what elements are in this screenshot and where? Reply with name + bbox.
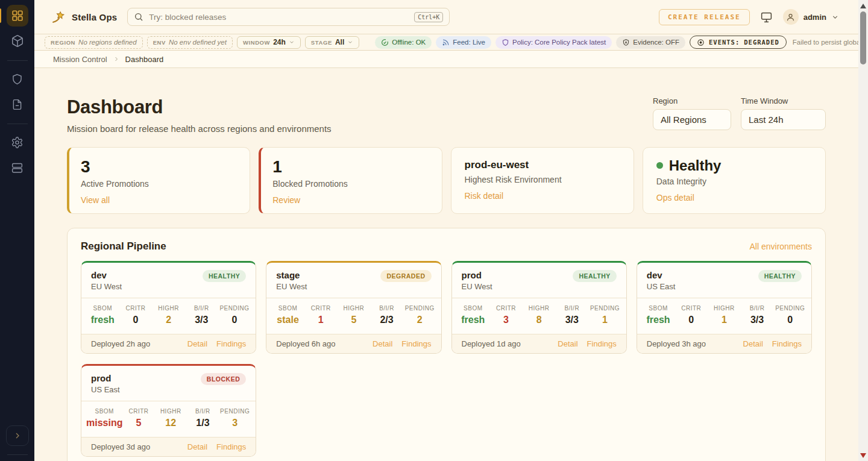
sidebar-item-settings[interactable] xyxy=(7,131,28,153)
env-context-pill[interactable]: ENV No env defined yet xyxy=(147,36,233,49)
findings-link[interactable]: Findings xyxy=(401,339,431,348)
data-integrity-card: Healthy Data Integrity Ops detail xyxy=(643,147,826,214)
page-scrollbar[interactable] xyxy=(858,0,868,461)
stat-sbom: SBOMfresh xyxy=(86,305,119,325)
detail-link[interactable]: Detail xyxy=(373,339,392,348)
scroll-down-arrow-icon[interactable] xyxy=(860,453,866,458)
brand[interactable]: Stella Ops xyxy=(51,10,117,25)
stat-bir: B/I/R3/3 xyxy=(185,305,218,325)
green-status-dot xyxy=(656,162,663,169)
env-name-block: prod EU West xyxy=(462,270,492,291)
breadcrumb-mission-control[interactable]: Mission Control xyxy=(53,55,107,64)
stat-value: 1 xyxy=(304,315,338,325)
policy-status-pill[interactable]: Policy: Core Policy Pack latest xyxy=(495,36,612,49)
all-environments-link[interactable]: All environments xyxy=(750,242,813,251)
env-name-block: dev US East xyxy=(647,270,676,291)
detail-link[interactable]: Detail xyxy=(187,339,207,348)
sidebar-item-dashboard[interactable] xyxy=(7,5,28,27)
time-window-filter-group: Time Window Last 24h xyxy=(741,96,826,130)
create-release-button[interactable]: CREATE RELEASE xyxy=(659,9,750,25)
stat-pending: PENDING2 xyxy=(403,305,436,325)
pipeline-card-header: dev US East HEALTHY xyxy=(637,263,811,298)
region-context-pill[interactable]: REGION No regions defined xyxy=(45,36,143,49)
stat-value: 0 xyxy=(218,315,251,325)
deployed-time: Deployed 3h ago xyxy=(647,339,706,348)
detail-link[interactable]: Detail xyxy=(187,442,207,451)
breadcrumb-dashboard: Dashboard xyxy=(125,55,164,64)
feed-status-pill[interactable]: Feed: Live xyxy=(436,36,491,49)
stat-label: CRITR xyxy=(119,305,153,312)
env-region: EU West xyxy=(91,282,122,291)
stage-dropdown[interactable]: STAGE All xyxy=(305,36,359,49)
pipeline-card-footer: Deployed 3h ago DetailFindings xyxy=(637,334,811,353)
events-value: DEGRADED xyxy=(744,39,779,46)
pipeline-card-footer: Deployed 1d ago DetailFindings xyxy=(452,334,626,353)
window-dropdown[interactable]: WINDOW 24h xyxy=(237,36,301,49)
monitor-icon[interactable] xyxy=(760,11,773,24)
findings-link[interactable]: Findings xyxy=(772,339,802,348)
stat-label: B/I/R xyxy=(741,305,774,312)
region-filter-select[interactable]: All Regions xyxy=(653,109,731,130)
evidence-status-pill[interactable]: Evidence: OFF xyxy=(616,36,685,49)
stat-value: fresh xyxy=(86,315,119,325)
sidebar-divider xyxy=(7,60,28,61)
detail-link[interactable]: Detail xyxy=(558,339,577,348)
env-name: prod xyxy=(91,373,120,383)
pipeline-card-header: prod EU West HEALTHY xyxy=(452,263,626,298)
sidebar-item-security[interactable] xyxy=(7,68,28,90)
page-title-block: Dashboard Mission board for release heal… xyxy=(67,96,332,134)
ops-detail-link[interactable]: Ops detail xyxy=(656,193,694,202)
user-menu[interactable]: admin xyxy=(783,9,839,25)
stat-critr: CRITR1 xyxy=(304,305,338,325)
stat-value: fresh xyxy=(642,315,675,325)
stat-label: SBOM xyxy=(642,305,675,312)
stat-value: 12 xyxy=(155,418,187,428)
grid-icon xyxy=(11,9,24,22)
stat-value: 0 xyxy=(773,315,807,325)
risk-detail-link[interactable]: Risk detail xyxy=(465,191,504,201)
view-all-link[interactable]: View all xyxy=(81,195,110,205)
sidebar-item-releases[interactable] xyxy=(7,30,28,52)
env-name-block: prod US East xyxy=(91,373,120,394)
stat-label: CRITR xyxy=(675,305,708,312)
search-input[interactable] xyxy=(149,13,409,22)
scrollbar-thumb[interactable] xyxy=(860,11,866,64)
findings-link[interactable]: Findings xyxy=(587,339,617,348)
stat-pending: PENDING0 xyxy=(773,305,807,325)
sidebar-item-documents[interactable] xyxy=(7,93,28,115)
stat-value: 3 xyxy=(219,418,251,428)
offline-status-pill[interactable]: Offline: OK xyxy=(375,36,432,49)
pipeline-card-stats: SBOMfresh CRITR0 HIGHR2 B/I/R3/3 PENDING… xyxy=(81,298,256,334)
chevron-right-icon xyxy=(13,431,22,441)
stat-label: PENDING xyxy=(773,305,807,312)
summary-cards: 3 Active Promotions View all 1 Blocked P… xyxy=(67,147,826,214)
review-link[interactable]: Review xyxy=(272,195,300,205)
pipeline-card-stats: SBOMfresh CRITR0 HIGHR1 B/I/R3/3 PENDING… xyxy=(637,298,811,334)
findings-link[interactable]: Findings xyxy=(216,339,246,348)
scroll-up-arrow-icon[interactable] xyxy=(860,4,866,8)
stat-critr: CRITR0 xyxy=(675,305,708,325)
stat-critr: CRITR0 xyxy=(119,305,153,325)
stat-label: PENDING xyxy=(403,305,436,312)
pipeline-card-header: stage EU West DEGRADED xyxy=(266,263,441,298)
status-badge: DEGRADED xyxy=(380,270,431,282)
deployed-time: Deployed 2h ago xyxy=(91,339,150,348)
stat-value: 2 xyxy=(152,315,185,325)
stat-label: HIGHR xyxy=(338,305,371,312)
search-bar[interactable]: Ctrl+K xyxy=(127,8,450,26)
findings-link[interactable]: Findings xyxy=(216,442,246,451)
pipeline-card-footer: Deployed 3d ago DetailFindings xyxy=(81,437,256,456)
sidebar-expand-button[interactable] xyxy=(6,425,29,446)
time-window-filter-select[interactable]: Last 24h xyxy=(741,109,826,130)
detail-link[interactable]: Detail xyxy=(743,339,763,348)
deployed-time: Deployed 1d ago xyxy=(462,339,521,348)
events-status-badge[interactable]: EVENTS: DEGRADED xyxy=(690,36,787,49)
page-content: Dashboard Mission board for release heal… xyxy=(34,68,858,461)
blocked-promotions-card: 1 Blocked Promotions Review xyxy=(259,147,442,214)
stat-bir: B/I/R1/3 xyxy=(187,408,219,428)
stat-value: 3 xyxy=(489,315,523,325)
pipeline-card-stats: SBOMfresh CRITR3 HIGHR8 B/I/R3/3 PENDING… xyxy=(452,298,626,334)
env-region: EU West xyxy=(462,282,492,291)
sidebar-item-infrastructure[interactable] xyxy=(7,157,28,178)
shield-icon xyxy=(11,73,24,86)
